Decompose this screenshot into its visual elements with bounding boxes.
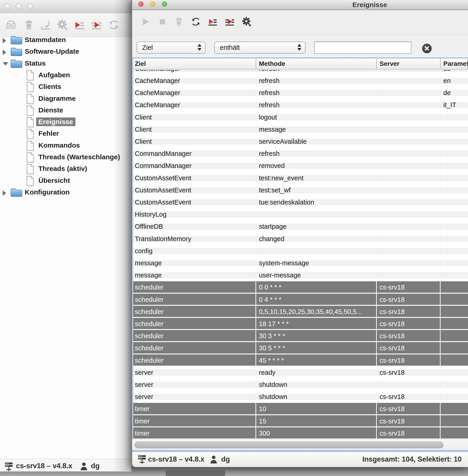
table-row[interactable]: scheduler30 5 * * *cs-srv18 — [132, 342, 468, 354]
table-row[interactable]: OfflineDBstartpage — [132, 220, 468, 233]
disclosure-triangle-icon[interactable] — [3, 190, 6, 196]
table-row[interactable]: scheduler30 3 * * *cs-srv18 — [132, 330, 468, 342]
filter-operator-dropdown[interactable]: enthält — [214, 42, 306, 54]
table-row[interactable]: Clientmessage — [132, 123, 468, 135]
minimize-button[interactable] — [150, 1, 155, 7]
cell-server — [377, 220, 440, 233]
cell-methode — [256, 245, 377, 257]
table-row[interactable]: messageuser-message — [132, 269, 468, 281]
run-events-icon[interactable] — [207, 16, 219, 28]
table-row-partial[interactable]: CacheManagerrefreshde — [132, 70, 468, 75]
table-row[interactable]: TranslationMemorychanged — [132, 233, 468, 245]
import-icon[interactable] — [39, 18, 52, 31]
tree-item-label: Aufgaben — [38, 71, 70, 79]
sidebar-item-clients[interactable]: Clients — [0, 81, 132, 93]
cell-parameter — [440, 403, 468, 414]
table-row[interactable]: CommandManagerrefresh — [132, 148, 468, 160]
table-row[interactable]: scheduler0 4 * * *cs-srv18 — [132, 294, 468, 306]
filter-field-dropdown[interactable]: Ziel — [137, 42, 206, 54]
column-header-methode[interactable]: Methode — [256, 58, 377, 69]
close-circle-icon[interactable] — [422, 44, 432, 53]
refresh-icon[interactable] — [190, 16, 202, 28]
disclosure-triangle-icon[interactable] — [3, 50, 6, 55]
table-row[interactable]: messagesystem-message — [132, 257, 468, 269]
cell-ziel: scheduler — [132, 342, 256, 353]
cell-methode: system-message — [256, 257, 377, 269]
table-row[interactable]: scheduler45 * * * *cs-srv18 — [132, 354, 468, 367]
sidebar-item-ereignisse[interactable]: Ereignisse — [0, 116, 132, 128]
sidebar-item-konfiguration[interactable]: Konfiguration — [0, 187, 132, 198]
close-button-inactive[interactable] — [4, 3, 10, 9]
stop-icon[interactable] — [157, 16, 168, 28]
column-header-ziel[interactable]: Ziel — [132, 58, 256, 69]
archive-icon[interactable] — [5, 18, 17, 31]
cell-server: cs-srv18 — [377, 294, 440, 305]
table-row[interactable]: HistoryLog — [132, 208, 468, 220]
cell-ziel: server — [132, 391, 256, 403]
table-row[interactable]: config — [132, 245, 468, 257]
cell-methode: tue:sendeskalation — [256, 196, 377, 208]
scrollbar-thumb[interactable] — [134, 442, 444, 448]
play-icon[interactable] — [139, 16, 151, 28]
table-row[interactable]: ClientserviceAvailable — [132, 135, 468, 148]
sidebar-item-threads-warteschlange[interactable]: Threads (Warteschlange) — [0, 152, 132, 163]
sidebar-item-uebersicht[interactable]: Übersicht — [0, 175, 132, 187]
trash-icon[interactable] — [22, 18, 35, 31]
filter-search-input[interactable] — [314, 42, 411, 54]
sidebar-item-aufgaben[interactable]: Aufgaben — [0, 70, 132, 81]
ereignisse-titlebar: Ereignisse — [132, 0, 468, 10]
refresh-icon[interactable] — [107, 18, 120, 31]
zoom-button-inactive[interactable] — [27, 3, 33, 9]
cell-ziel: scheduler — [132, 318, 256, 329]
document-icon — [26, 70, 34, 82]
table-row[interactable]: CustomAssetEventtest:new_event — [132, 172, 468, 184]
table-row[interactable]: CacheManagerrefreshen — [132, 75, 468, 87]
column-header-server[interactable]: Server — [377, 58, 440, 69]
trash-icon[interactable] — [173, 16, 185, 28]
sidebar-item-stammdaten[interactable]: Stammdaten — [0, 34, 132, 46]
sidebar-item-software-update[interactable]: Software-Update — [0, 46, 132, 57]
table-row[interactable]: Clientlogout — [132, 111, 468, 123]
table-row[interactable]: CacheManagerrefreshde — [132, 87, 468, 99]
cell-parameter — [440, 111, 468, 123]
gear-menu-icon[interactable] — [56, 18, 69, 31]
table-row[interactable]: CustomAssetEventtest:set_wf — [132, 184, 468, 196]
cell-parameter — [440, 208, 468, 220]
run-all-events-icon[interactable] — [224, 16, 235, 28]
user-label: dg — [91, 462, 100, 470]
table-row[interactable]: CustomAssetEventtue:sendeskalation — [132, 196, 468, 208]
cell-ziel: CustomAssetEvent — [132, 184, 256, 196]
sidebar-item-threads-aktiv[interactable]: Threads (aktiv) — [0, 163, 132, 174]
disclosure-triangle-icon[interactable] — [3, 62, 8, 66]
column-header-parameter[interactable]: Parameter — [440, 58, 468, 69]
document-icon — [26, 176, 34, 187]
gear-menu-icon[interactable] — [241, 16, 252, 28]
sidebar-item-dienste[interactable]: Dienste — [0, 105, 132, 116]
sidebar-item-kommandos[interactable]: Kommandos — [0, 140, 132, 151]
run-all-events-icon[interactable] — [90, 18, 103, 31]
horizontal-scrollbar[interactable] — [132, 439, 468, 450]
cell-methode: removed — [256, 160, 377, 172]
table-row[interactable]: CommandManagerremoved — [132, 160, 468, 172]
disclosure-triangle-icon[interactable] — [3, 38, 6, 43]
minimize-button-inactive[interactable] — [16, 3, 22, 9]
close-button[interactable] — [138, 1, 144, 7]
cell-methode: shutdown — [256, 379, 377, 391]
table-row[interactable]: servershutdown — [132, 379, 468, 391]
sidebar-item-status[interactable]: Status — [0, 58, 132, 69]
table-row[interactable]: CacheManagerrefreshit_IT — [132, 99, 468, 111]
cell-methode: test:new_event — [256, 172, 377, 184]
table-row[interactable]: scheduler0,5,10,15,20,25,30,35,40,45,50,… — [132, 306, 468, 318]
zoom-button[interactable] — [162, 1, 167, 7]
table-row[interactable]: timer10cs-srv18 — [132, 403, 468, 415]
run-events-icon[interactable] — [73, 18, 86, 31]
table-row[interactable]: timer15cs-srv18 — [132, 415, 468, 427]
sidebar-item-fehler[interactable]: Fehler — [0, 128, 132, 139]
sidebar-item-diagramme[interactable]: Diagramme — [0, 93, 132, 104]
table-row[interactable]: scheduler18 17 * * *cs-srv18 — [132, 318, 468, 330]
table-row[interactable]: timer300cs-srv18 — [132, 427, 468, 439]
table-row[interactable]: serverreadycs-srv18 — [132, 367, 468, 379]
cell-parameter — [440, 367, 468, 379]
table-row[interactable]: scheduler0 0 * * *cs-srv18 — [132, 281, 468, 293]
table-row[interactable]: servershutdowncs-srv18 — [132, 391, 468, 403]
